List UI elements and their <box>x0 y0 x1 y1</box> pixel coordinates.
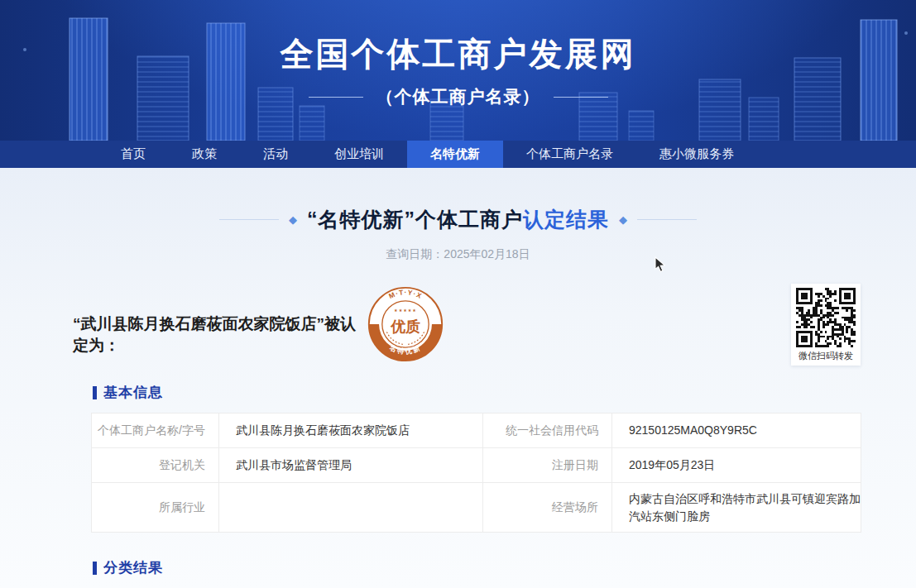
section-bar-icon <box>93 562 97 575</box>
certification-statement: “武川县陈月换石磨莜面农家院饭店”被认定为： <box>73 313 371 356</box>
table-label: 所属行业 <box>92 483 219 533</box>
nav-item-policy[interactable]: 政策 <box>169 141 240 168</box>
table-value: 武川县市场监督管理局 <box>219 448 483 483</box>
section-title: 基本信息 <box>103 383 163 402</box>
page-title-row: ◆ “名特优新”个体工商户认定结果 ◆ <box>0 206 916 233</box>
nav-item-activity[interactable]: 活动 <box>240 141 311 168</box>
mouse-cursor <box>655 256 669 273</box>
qr-code <box>796 288 856 347</box>
diamond-icon-left: ◆ <box>289 214 297 225</box>
main-nav: 首页 政策 活动 创业培训 名特优新 个体工商户名录 惠小微服务券 <box>0 141 916 168</box>
table-value: 2019年05月23日 <box>612 448 861 483</box>
page-title-prefix: “名特优新”个体工商户 <box>307 208 523 231</box>
section-title: 分类结果 <box>103 558 163 577</box>
nav-item-voucher[interactable]: 惠小微服务券 <box>636 141 757 168</box>
subtitle-line-right <box>554 97 608 98</box>
nav-item-mtyx[interactable]: 名特优新 <box>407 141 503 168</box>
section-header-basic-info: 基本信息 <box>93 383 163 402</box>
site-subtitle-row: （个体工商户名录） <box>0 85 916 108</box>
site-title: 全国个体工商户发展网 <box>0 31 916 77</box>
quality-seal-badge: M·T·Y·X ★★★★★ 优质 名特优新 <box>367 285 444 363</box>
section-header-classification: 分类结果 <box>93 558 163 577</box>
page-title-highlight: 认定结果 <box>523 208 609 231</box>
main-content: ◆ “名特优新”个体工商户认定结果 ◆ 查询日期：2025年02月18日 “武川… <box>0 168 916 588</box>
query-date: 查询日期：2025年02月18日 <box>0 247 916 262</box>
qr-caption: 微信扫码转发 <box>795 350 856 362</box>
title-line-right <box>637 219 697 220</box>
table-label: 经营场所 <box>483 483 612 533</box>
table-value: 武川县陈月换石磨莜面农家院饭店 <box>219 414 483 448</box>
table-label: 登记机关 <box>92 448 219 483</box>
section-bar-icon <box>93 386 97 399</box>
badge-stars: ★★★★★ <box>394 308 417 313</box>
qr-card: 微信扫码转发 <box>791 284 861 366</box>
table-row: 登记机关 武川县市场监督管理局 注册日期 2019年05月23日 <box>92 448 861 483</box>
site-subtitle: （个体工商户名录） <box>376 85 540 108</box>
basic-info-table: 个体工商户名称/字号 武川县陈月换石磨莜面农家院饭店 统一社会信用代码 9215… <box>91 413 861 533</box>
table-value: 92150125MA0Q8Y9R5C <box>612 414 861 448</box>
page-title: “名特优新”个体工商户认定结果 <box>307 206 609 233</box>
subtitle-line-left <box>309 97 363 98</box>
title-line-left <box>219 219 279 220</box>
site-banner: 全国个体工商户发展网 （个体工商户名录） <box>0 0 916 141</box>
table-value: 内蒙古自治区呼和浩特市武川县可镇迎宾路加汽站东侧门脸房 <box>612 483 861 533</box>
table-label: 统一社会信用代码 <box>483 414 612 448</box>
table-label: 个体工商户名称/字号 <box>92 414 219 448</box>
page: 全国个体工商户发展网 （个体工商户名录） 首页 政策 活动 创业培训 名特优新 … <box>0 0 916 588</box>
query-date-label: 查询日期： <box>386 247 444 261</box>
badge-center-text: 优质 <box>390 318 420 335</box>
nav-item-home[interactable]: 首页 <box>98 141 169 168</box>
nav-item-training[interactable]: 创业培训 <box>311 141 407 168</box>
table-value <box>219 483 483 533</box>
table-label: 注册日期 <box>483 448 612 483</box>
table-row: 个体工商户名称/字号 武川县陈月换石磨莜面农家院饭店 统一社会信用代码 9215… <box>92 414 861 448</box>
query-date-value: 2025年02月18日 <box>444 247 530 261</box>
table-row: 所属行业 经营场所 内蒙古自治区呼和浩特市武川县可镇迎宾路加汽站东侧门脸房 <box>92 483 861 533</box>
diamond-icon-right: ◆ <box>619 214 627 225</box>
nav-item-directory[interactable]: 个体工商户名录 <box>503 141 636 168</box>
